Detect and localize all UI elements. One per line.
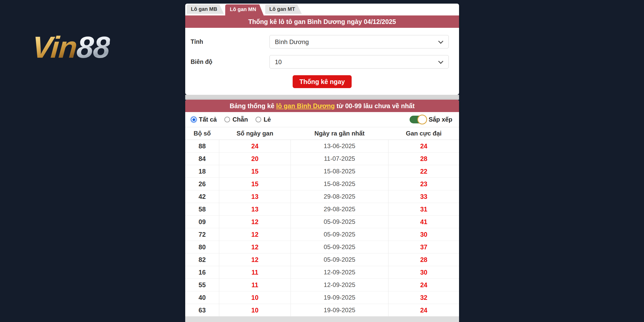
cell-gan-cuc-dai: 31 (388, 203, 459, 216)
stats-form-card: Lô gan MB Lô gan MN Lô gan MT Thống kê l… (185, 4, 459, 95)
cell-ngay-ra: 13-06-2025 (291, 140, 388, 152)
radio-icon[interactable] (256, 117, 261, 122)
toggle-knob-icon (417, 115, 427, 124)
col-header-so-ngay-gan: Số ngày gan (219, 127, 291, 140)
main-column: Lô gan MB Lô gan MN Lô gan MT Thống kê l… (185, 0, 459, 322)
cell-so-ngay-gan: 11 (219, 266, 291, 279)
table-row: 84 20 11-07-2025 28 (185, 152, 459, 165)
filter-even[interactable]: Chẵn (224, 116, 248, 123)
table-title-prefix: Bảng thống kê (230, 102, 276, 109)
col-header-bo-so: Bộ số (185, 127, 219, 140)
province-select-wrap: Bình Dương (269, 35, 449, 48)
range-select-wrap: 10 (269, 55, 449, 69)
cell-gan-cuc-dai: 41 (388, 216, 459, 228)
filter-even-label: Chẵn (232, 116, 248, 123)
radio-icon[interactable] (224, 117, 230, 122)
sort-label: Sắp xếp (429, 116, 452, 123)
cell-gan-cuc-dai: 24 (388, 279, 459, 291)
cell-gan-cuc-dai: 24 (388, 140, 459, 152)
cell-bo-so: 63 (185, 304, 219, 317)
filter-odd-label: Lẻ (264, 116, 271, 123)
submit-row: Thống kê ngay (185, 75, 459, 94)
cell-ngay-ra: 05-09-2025 (291, 216, 388, 228)
table-row: 58 13 29-08-2025 31 (185, 203, 459, 216)
cell-so-ngay-gan: 12 (219, 216, 291, 228)
cell-ngay-ra: 05-09-2025 (291, 253, 388, 266)
province-row: Tỉnh Bình Dương (191, 35, 449, 48)
cell-bo-so: 26 (185, 178, 219, 190)
tab-lo-gan-mt[interactable]: Lô gan MT (265, 4, 302, 14)
cell-so-ngay-gan: 11 (219, 279, 291, 291)
cell-gan-cuc-dai: 32 (388, 291, 459, 304)
cell-bo-so: 80 (185, 241, 219, 253)
cell-bo-so: 55 (185, 279, 219, 291)
cell-bo-so: 72 (185, 228, 219, 241)
table-row: 26 15 15-08-2025 23 (185, 178, 459, 190)
cell-ngay-ra: 19-09-2025 (291, 291, 388, 304)
cell-so-ngay-gan: 12 (219, 241, 291, 253)
cell-so-ngay-gan: 10 (219, 304, 291, 317)
logo-text-silver: 88 (76, 30, 111, 64)
table-row: 09 12 05-09-2025 41 (185, 216, 459, 228)
card-gap (185, 95, 459, 100)
cell-gan-cuc-dai: 30 (388, 228, 459, 241)
table-row: 63 10 19-09-2025 24 (185, 304, 459, 317)
tab-lo-gan-mn[interactable]: Lô gan MN (225, 4, 264, 16)
table-row: 82 12 05-09-2025 28 (185, 253, 459, 266)
tab-bar: Lô gan MB Lô gan MN Lô gan MT (185, 4, 459, 14)
cell-ngay-ra: 12-09-2025 (291, 279, 388, 291)
cell-bo-so: 09 (185, 216, 219, 228)
province-select[interactable]: Bình Dương (269, 35, 449, 48)
cell-ngay-ra: 19-09-2025 (291, 304, 388, 317)
table-row: 80 12 05-09-2025 37 (185, 241, 459, 253)
cell-ngay-ra: 05-09-2025 (291, 241, 388, 253)
filter-all[interactable]: Tất cả (191, 116, 217, 123)
radio-checked-icon[interactable] (191, 117, 197, 122)
cell-gan-cuc-dai: 24 (388, 304, 459, 317)
table-row: 40 10 19-09-2025 32 (185, 291, 459, 304)
stats-table-card: Bảng thống kê lô gan Bình Dương từ 00-99… (185, 100, 459, 316)
vin88-logo: Vin88 (31, 25, 142, 69)
cell-gan-cuc-dai: 33 (388, 190, 459, 203)
cell-bo-so: 18 (185, 165, 219, 178)
province-label: Tỉnh (191, 38, 269, 45)
cell-bo-so: 88 (185, 140, 219, 152)
cell-bo-so: 42 (185, 190, 219, 203)
range-select[interactable]: 10 (269, 55, 449, 69)
table-row: 18 15 15-08-2025 22 (185, 165, 459, 178)
cell-gan-cuc-dai: 28 (388, 253, 459, 266)
table-row: 88 24 13-06-2025 24 (185, 140, 459, 152)
form-title-bar: Thống kê lô tô gan Bình Dương ngày 04/12… (185, 15, 459, 28)
sort-toggle[interactable] (410, 116, 425, 123)
cell-gan-cuc-dai: 37 (388, 241, 459, 253)
tab-lo-gan-mb[interactable]: Lô gan MB (187, 4, 224, 14)
sort-group: Sắp xếp (410, 116, 452, 123)
filter-odd[interactable]: Lẻ (256, 116, 271, 123)
cell-so-ngay-gan: 13 (219, 203, 291, 216)
col-header-ngay-ra: Ngày ra gần nhất (291, 127, 388, 140)
cell-gan-cuc-dai: 22 (388, 165, 459, 178)
cell-bo-so: 16 (185, 266, 219, 279)
cell-so-ngay-gan: 15 (219, 165, 291, 178)
filter-all-label: Tất cả (199, 116, 217, 123)
cell-ngay-ra: 05-09-2025 (291, 228, 388, 241)
table-header-row: Bộ số Số ngày gan Ngày ra gần nhất Gan c… (185, 127, 459, 140)
table-title-suffix: từ 00-99 lâu chưa về nhất (335, 102, 415, 109)
stats-now-button[interactable]: Thống kê ngay (293, 75, 351, 88)
cell-ngay-ra: 29-08-2025 (291, 203, 388, 216)
cell-ngay-ra: 12-09-2025 (291, 266, 388, 279)
cell-ngay-ra: 15-08-2025 (291, 165, 388, 178)
cell-so-ngay-gan: 10 (219, 291, 291, 304)
cell-ngay-ra: 11-07-2025 (291, 152, 388, 165)
table-row: 55 11 12-09-2025 24 (185, 279, 459, 291)
lo-gan-link[interactable]: lô gan Bình Dương (276, 102, 335, 109)
cell-so-ngay-gan: 13 (219, 190, 291, 203)
cell-bo-so: 58 (185, 203, 219, 216)
table-row: 42 13 29-08-2025 33 (185, 190, 459, 203)
logo-text-gold: Vin (31, 30, 78, 64)
cell-bo-so: 82 (185, 253, 219, 266)
cell-so-ngay-gan: 12 (219, 228, 291, 241)
filter-row: Tất cả Chẵn Lẻ Sắp xếp (185, 112, 459, 127)
bottom-strip (185, 316, 459, 322)
cell-bo-so: 84 (185, 152, 219, 165)
